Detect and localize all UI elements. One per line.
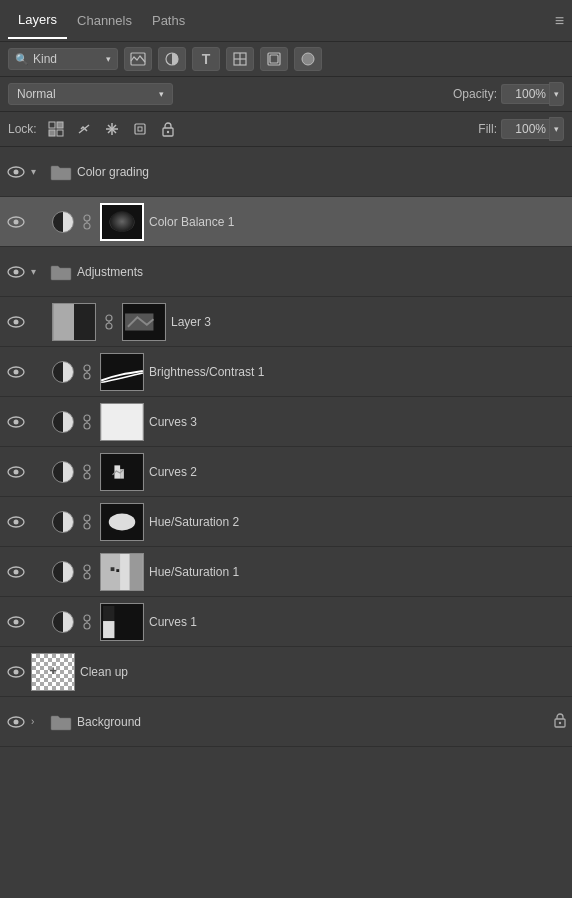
svg-rect-70	[84, 565, 90, 571]
tab-layers[interactable]: Layers	[8, 2, 67, 39]
filter-image-icon[interactable]	[124, 47, 152, 71]
svg-rect-63	[84, 515, 90, 521]
layer-name: Curves 3	[149, 415, 197, 429]
folder-icon	[50, 163, 72, 181]
visibility-toggle[interactable]	[6, 662, 26, 682]
visibility-toggle[interactable]	[6, 162, 26, 182]
svg-point-48	[14, 419, 19, 424]
adjustment-icon	[52, 561, 74, 583]
svg-point-29	[115, 216, 129, 227]
layer-thumbnail: +	[31, 653, 75, 691]
collapse-toggle[interactable]: ▾	[31, 166, 45, 177]
folder-icon	[50, 713, 72, 731]
svg-rect-16	[135, 124, 145, 134]
blend-mode-arrow-icon: ▾	[159, 89, 164, 99]
visibility-toggle[interactable]	[6, 262, 26, 282]
kind-label: Kind	[33, 52, 57, 66]
folder-icon	[50, 263, 72, 281]
layer-row[interactable]: Color Balance 1	[0, 197, 572, 247]
layer-row[interactable]: › Background	[0, 697, 572, 747]
kind-arrow-icon: ▾	[106, 54, 111, 64]
adjustment-icon	[52, 511, 74, 533]
layer-row[interactable]: Hue/Saturation 1	[0, 547, 572, 597]
fill-group: Fill: 100% ▾	[478, 117, 564, 141]
visibility-toggle[interactable]	[6, 412, 26, 432]
layer-mask-thumbnail	[122, 303, 166, 341]
visibility-toggle[interactable]	[6, 562, 26, 582]
layer-row[interactable]: Curves 1	[0, 597, 572, 647]
adjustment-icon	[52, 361, 74, 383]
svg-point-31	[14, 269, 19, 274]
lock-all-btn[interactable]	[157, 118, 179, 140]
layer-row[interactable]: Hue/Saturation 2	[0, 497, 572, 547]
lock-row: Lock: F	[0, 112, 572, 147]
tab-paths[interactable]: Paths	[142, 3, 195, 38]
fill-arrow-icon[interactable]: ▾	[549, 117, 564, 141]
lock-label: Lock:	[8, 122, 37, 136]
lock-transparent-btn[interactable]	[45, 118, 67, 140]
filter-shape-icon[interactable]	[226, 47, 254, 71]
filter-type-icon[interactable]: T	[192, 47, 220, 71]
svg-rect-9	[57, 122, 63, 128]
layer-thumbnail	[52, 303, 96, 341]
layer-name: Curves 1	[149, 615, 197, 629]
layer-name: Layer 3	[171, 315, 211, 329]
lock-artboard-btn[interactable]	[129, 118, 151, 140]
opacity-arrow-icon[interactable]: ▾	[549, 82, 564, 106]
search-icon: 🔍	[15, 53, 29, 66]
layer-name: Brightness/Contrast 1	[149, 365, 264, 379]
visibility-toggle[interactable]	[6, 362, 26, 382]
fill-input[interactable]: 100%	[501, 119, 551, 139]
kind-dropdown[interactable]: 🔍 Kind ▾	[8, 48, 118, 70]
tabs-bar: Layers Channels Paths ≡	[0, 0, 572, 42]
opacity-input[interactable]: 100%	[501, 84, 551, 104]
filter-row: 🔍 Kind ▾ T	[0, 42, 572, 77]
layer-row[interactable]: Curves 2	[0, 447, 572, 497]
svg-rect-71	[84, 573, 90, 579]
visibility-toggle[interactable]	[6, 312, 26, 332]
layer-name: Adjustments	[77, 265, 143, 279]
svg-point-90	[14, 719, 19, 724]
layer-name: Hue/Saturation 2	[149, 515, 239, 529]
visibility-toggle[interactable]	[6, 462, 26, 482]
blend-mode-dropdown[interactable]: Normal ▾	[8, 83, 173, 105]
filter-adjustment-icon[interactable]	[158, 47, 186, 71]
layer-row[interactable]: Brightness/Contrast 1	[0, 347, 572, 397]
svg-rect-44	[84, 373, 90, 379]
layer-name: Clean up	[80, 665, 128, 679]
svg-rect-85	[103, 621, 114, 638]
layer-row[interactable]: Curves 3	[0, 397, 572, 447]
layer-thumbnail	[100, 453, 144, 491]
visibility-toggle[interactable]	[6, 512, 26, 532]
blend-mode-row: Normal ▾ Opacity: 100% ▾	[0, 77, 572, 112]
layer-row[interactable]: ▾ Adjustments	[0, 247, 572, 297]
layer-name: Curves 2	[149, 465, 197, 479]
svg-rect-6	[270, 55, 278, 63]
layer-row[interactable]: ▾ Color grading	[0, 147, 572, 197]
panel-menu-icon[interactable]: ≡	[555, 12, 564, 30]
lock-pixels-btn[interactable]	[73, 118, 95, 140]
collapse-toggle[interactable]: ›	[31, 716, 45, 727]
svg-rect-80	[84, 615, 90, 621]
svg-rect-36	[106, 315, 112, 321]
layer-row[interactable]: + Clean up	[0, 647, 572, 697]
visibility-toggle[interactable]	[6, 212, 26, 232]
tab-channels[interactable]: Channels	[67, 3, 142, 38]
svg-point-23	[14, 219, 19, 224]
svg-rect-35	[74, 304, 95, 340]
lock-position-btn[interactable]	[101, 118, 123, 140]
svg-point-19	[166, 130, 168, 132]
svg-rect-25	[84, 223, 90, 229]
collapse-toggle[interactable]: ▾	[31, 266, 45, 277]
visibility-toggle[interactable]	[6, 712, 26, 732]
svg-text:+: +	[49, 662, 57, 677]
layer-row[interactable]: Layer 3	[0, 297, 572, 347]
svg-rect-34	[53, 304, 74, 340]
visibility-toggle[interactable]	[6, 612, 26, 632]
svg-rect-11	[57, 130, 63, 136]
layers-list: ▾ Color grading	[0, 147, 572, 747]
filter-circle-icon[interactable]	[294, 47, 322, 71]
filter-smart-icon[interactable]	[260, 47, 288, 71]
chain-icon	[101, 314, 117, 330]
adjustment-icon	[52, 411, 74, 433]
